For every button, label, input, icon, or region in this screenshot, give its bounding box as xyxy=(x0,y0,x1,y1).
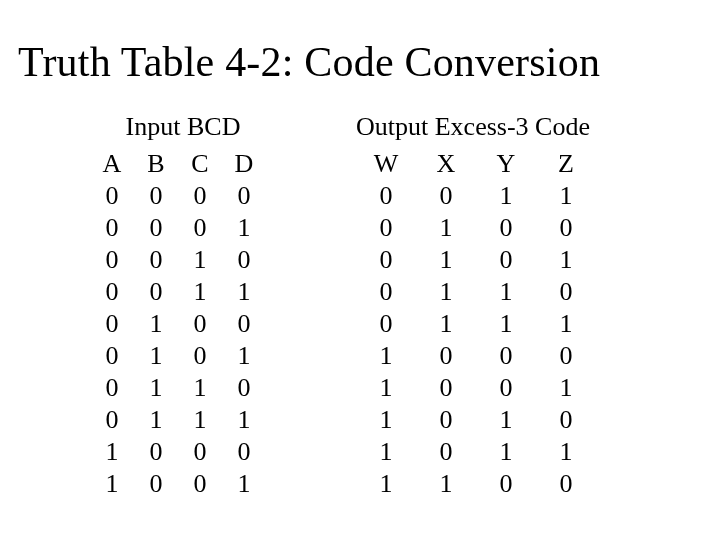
table-cell: 1 xyxy=(380,468,393,500)
table-column: A0000000011 xyxy=(90,148,134,500)
table-cell: 0 xyxy=(106,244,119,276)
table-cell: 1 xyxy=(380,436,393,468)
table-cell: 0 xyxy=(380,308,393,340)
table-column: C0011001100 xyxy=(178,148,222,500)
column-header: Y xyxy=(497,148,516,180)
table-cell: 0 xyxy=(560,212,573,244)
table-cell: 0 xyxy=(500,212,513,244)
table-cell: 0 xyxy=(560,340,573,372)
table-cell: 0 xyxy=(106,404,119,436)
table-cell: 1 xyxy=(440,244,453,276)
table-cell: 0 xyxy=(194,436,207,468)
table-cell: 1 xyxy=(560,436,573,468)
table-cell: 0 xyxy=(380,244,393,276)
table-cell: 1 xyxy=(380,404,393,436)
page-title: Truth Table 4-2: Code Conversion xyxy=(18,38,702,86)
table-cell: 0 xyxy=(150,468,163,500)
table-cell: 0 xyxy=(238,308,251,340)
table-cell: 0 xyxy=(380,276,393,308)
table-column: B0000111100 xyxy=(134,148,178,500)
table-cell: 0 xyxy=(238,372,251,404)
table-cell: 0 xyxy=(106,212,119,244)
column-header: B xyxy=(147,148,164,180)
column-header: D xyxy=(235,148,254,180)
table-cell: 1 xyxy=(194,276,207,308)
table-cell: 1 xyxy=(238,340,251,372)
table-cell: 0 xyxy=(560,404,573,436)
table-cell: 1 xyxy=(500,308,513,340)
table-cell: 0 xyxy=(380,212,393,244)
table-column: W0000011111 xyxy=(350,148,416,500)
table-cell: 0 xyxy=(150,212,163,244)
table-cell: 0 xyxy=(380,180,393,212)
table-cell: 0 xyxy=(500,372,513,404)
table-cell: 1 xyxy=(560,372,573,404)
table-cell: 1 xyxy=(440,308,453,340)
table-cell: 1 xyxy=(194,404,207,436)
table-cell: 0 xyxy=(150,276,163,308)
table-cell: 1 xyxy=(238,276,251,308)
table-cell: 1 xyxy=(560,244,573,276)
table-cell: 0 xyxy=(500,340,513,372)
table-cell: 0 xyxy=(106,180,119,212)
table-cell: 1 xyxy=(440,276,453,308)
column-header: W xyxy=(374,148,399,180)
table-column: Y1001100110 xyxy=(476,148,536,500)
table-cell: 1 xyxy=(194,372,207,404)
table-cell: 0 xyxy=(500,244,513,276)
column-header: Z xyxy=(558,148,574,180)
table-cell: 1 xyxy=(440,212,453,244)
table-cell: 0 xyxy=(150,180,163,212)
table-cell: 0 xyxy=(500,468,513,500)
table-column: X0111100001 xyxy=(416,148,476,500)
table-cell: 0 xyxy=(440,404,453,436)
table-cell: 1 xyxy=(150,308,163,340)
table-cell: 1 xyxy=(238,404,251,436)
table-cell: 0 xyxy=(194,468,207,500)
table-cell: 0 xyxy=(238,244,251,276)
table-cell: 1 xyxy=(380,372,393,404)
column-header: X xyxy=(437,148,456,180)
table-cell: 0 xyxy=(194,308,207,340)
table-cell: 0 xyxy=(106,276,119,308)
table-cell: 1 xyxy=(150,372,163,404)
table-cell: 0 xyxy=(106,372,119,404)
table-cell: 1 xyxy=(106,436,119,468)
column-header: C xyxy=(191,148,208,180)
table-cell: 0 xyxy=(238,180,251,212)
table-cell: 0 xyxy=(194,340,207,372)
table-cell: 1 xyxy=(440,468,453,500)
table-cell: 1 xyxy=(500,276,513,308)
table-cell: 1 xyxy=(106,468,119,500)
output-group: Output Excess-3 Code W0000011111X0111100… xyxy=(350,112,670,500)
table-cell: 0 xyxy=(194,180,207,212)
table-body: Input BCD A0000000011B0000111100C0011001… xyxy=(0,112,720,500)
table-cell: 0 xyxy=(194,212,207,244)
table-cell: 0 xyxy=(440,436,453,468)
table-column: Z1010101010 xyxy=(536,148,596,500)
table-cell: 1 xyxy=(238,468,251,500)
table-cell: 1 xyxy=(500,180,513,212)
table-cell: 1 xyxy=(194,244,207,276)
table-cell: 0 xyxy=(440,372,453,404)
table-cell: 1 xyxy=(380,340,393,372)
table-cell: 0 xyxy=(440,340,453,372)
input-group: Input BCD A0000000011B0000111100C0011001… xyxy=(90,112,320,500)
table-cell: 0 xyxy=(560,276,573,308)
input-group-label: Input BCD xyxy=(90,112,320,142)
table-cell: 0 xyxy=(150,244,163,276)
table-cell: 1 xyxy=(560,180,573,212)
table-cell: 0 xyxy=(440,180,453,212)
table-cell: 1 xyxy=(500,404,513,436)
table-cell: 1 xyxy=(500,436,513,468)
table-cell: 0 xyxy=(106,308,119,340)
table-cell: 1 xyxy=(150,340,163,372)
output-group-label: Output Excess-3 Code xyxy=(350,112,670,142)
table-cell: 0 xyxy=(106,340,119,372)
table-cell: 1 xyxy=(560,308,573,340)
column-header: A xyxy=(103,148,122,180)
table-cell: 0 xyxy=(560,468,573,500)
table-cell: 1 xyxy=(238,212,251,244)
table-cell: 0 xyxy=(238,436,251,468)
table-column: D0101010101 xyxy=(222,148,266,500)
